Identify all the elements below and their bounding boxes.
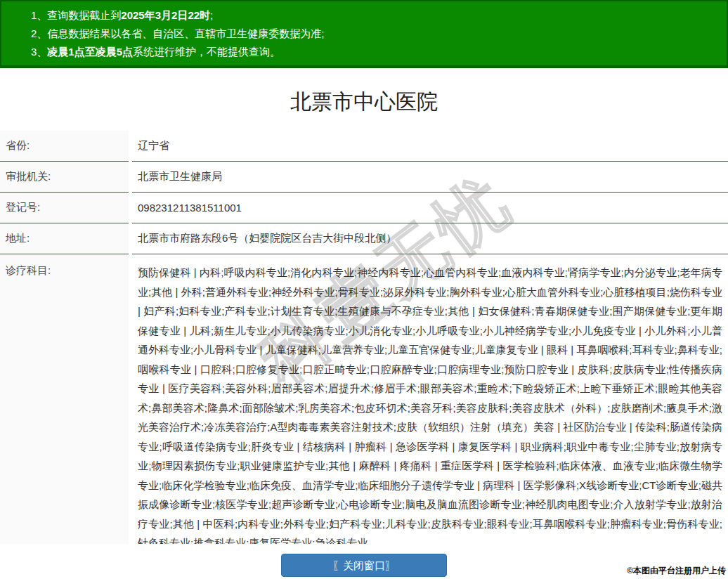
notice-number: 1、 <box>31 9 47 21</box>
page-title: 北票市中心医院 <box>0 86 728 117</box>
notice-bold-text: 凌晨1点至凌晨5点 <box>47 46 133 58</box>
row-value: 辽宁省 <box>132 131 728 162</box>
row-label: 审批机关: <box>0 162 129 193</box>
row-value: 预防保健科 | 内科;呼吸内科专业;消化内科专业;神经内科专业;心血管内科专业;… <box>132 254 728 544</box>
notice-number: 2、 <box>31 27 47 39</box>
row-label: 登记号: <box>0 193 129 223</box>
main-content: 北票市中心医院 省份: 辽宁省 审批机关: 北票市卫生健康局 登记号: 0982… <box>0 86 728 577</box>
notice-banner: 1、查询数据截止到2025年3月2日22时; 2、信息数据结果以各省、自治区、直… <box>0 0 728 68</box>
notice-text: 系统进行维护，不能提供查询。 <box>133 46 280 58</box>
notice-bold-text: 2025年3月2日22时 <box>121 9 210 21</box>
close-window-button[interactable]: 〖关闭窗口〗 <box>281 554 447 577</box>
table-row-address: 地址: 北票市市府路东段6号（妇婴院院区台吉大街中段北侧） <box>0 223 728 254</box>
notice-line-3: 3、凌晨1点至凌晨5点系统进行维护，不能提供查询。 <box>31 43 720 61</box>
row-value: 098231211381511001 <box>132 193 728 223</box>
hospital-info-table: 省份: 辽宁省 审批机关: 北票市卫生健康局 登记号: 098231211381… <box>0 131 728 544</box>
notice-text: 查询数据截止到 <box>47 9 121 21</box>
row-value: 北票市卫生健康局 <box>132 162 728 193</box>
notice-text: ; <box>210 9 213 21</box>
row-label: 省份: <box>0 131 129 162</box>
row-label: 地址: <box>0 223 129 254</box>
row-label: 诊疗科目: <box>0 254 129 544</box>
row-value: 北票市市府路东段6号（妇婴院院区台吉大街中段北侧） <box>132 223 728 254</box>
notice-line-2: 2、信息数据结果以各省、自治区、直辖市卫生健康委数据为准; <box>31 25 720 43</box>
notice-text: 信息数据结果以各省、自治区、直辖市卫生健康委数据为准; <box>47 27 324 39</box>
table-row-province: 省份: 辽宁省 <box>0 131 728 162</box>
table-row-medical-subjects: 诊疗科目: 预防保健科 | 内科;呼吸内科专业;消化内科专业;神经内科专业;心血… <box>0 254 728 544</box>
notice-line-1: 1、查询数据截止到2025年3月2日22时; <box>31 6 720 25</box>
button-area: 〖关闭窗口〗 <box>0 554 728 577</box>
hospital-query-result-page: 科壹无忧 1、查询数据截止到2025年3月2日22时; 2、信息数据结果以各省、… <box>0 0 728 579</box>
notice-number: 3、 <box>31 46 47 58</box>
table-row-approval-authority: 审批机关: 北票市卫生健康局 <box>0 162 728 193</box>
table-row-registration-number: 登记号: 098231211381511001 <box>0 193 728 223</box>
footer-upload-watermark: ©本图由平台注册用户上传 <box>627 565 726 577</box>
